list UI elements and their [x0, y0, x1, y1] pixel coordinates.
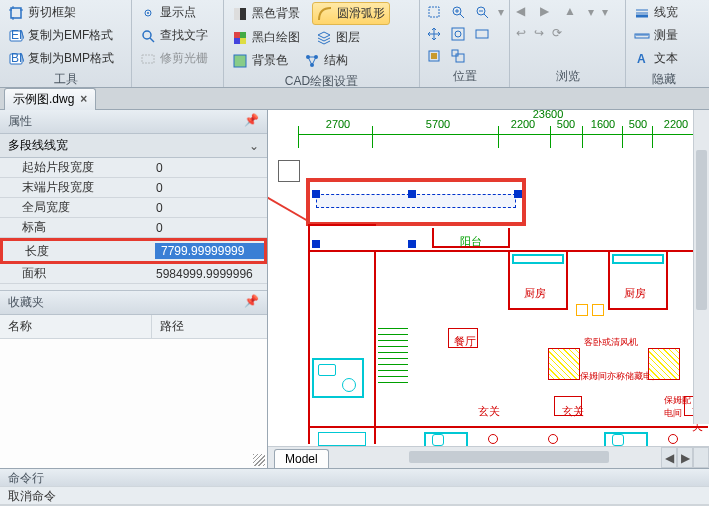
bw-draw-label: 黑白绘图	[252, 29, 300, 46]
svg-rect-27	[456, 54, 464, 62]
pos-btn-4[interactable]: ▾	[496, 2, 506, 22]
length-input[interactable]	[159, 243, 260, 259]
smooth-arc-button[interactable]: 圆滑弧形	[312, 2, 390, 25]
pos-btn-2[interactable]	[448, 2, 468, 22]
properties-title-bar: 属性 📌	[0, 110, 267, 134]
drawing-canvas[interactable]: 2700 5700 23600 2200 500 1600 500 2200	[268, 110, 709, 446]
linewidth-button[interactable]: 线宽	[630, 2, 698, 23]
find-text-label: 查找文字	[160, 27, 208, 44]
prop-value[interactable]: 5984999.9999996	[152, 267, 267, 281]
prop-row[interactable]: 标高0	[0, 218, 267, 238]
crop-frame-button[interactable]: 剪切框架	[4, 2, 127, 23]
bw-draw-button[interactable]: 黑白绘图	[228, 27, 304, 48]
br-btn-1[interactable]: ◀	[514, 2, 534, 22]
bg-color-label: 背景色	[252, 52, 288, 69]
show-points-button[interactable]: 显示点	[136, 2, 219, 23]
zoom-out-icon	[474, 4, 490, 20]
measure-button[interactable]: 测量	[630, 25, 698, 46]
scrollbar-vertical[interactable]	[693, 110, 709, 424]
ribbon-group-cad-label: CAD绘图设置	[228, 71, 415, 90]
svg-rect-22	[452, 28, 464, 40]
prop-label: 全局宽度	[0, 199, 152, 216]
smooth-arc-label: 圆滑弧形	[337, 5, 385, 22]
scroll-left-button[interactable]: ◀	[661, 447, 677, 468]
ribbon-group-hide: 线宽 测量 A文本 隐藏	[626, 0, 702, 87]
svg-rect-26	[431, 53, 437, 59]
copy-emf-button[interactable]: EMF复制为EMF格式	[4, 25, 127, 46]
command-line-bar: 命令行	[0, 468, 709, 486]
layers-button[interactable]: 图层	[312, 27, 364, 48]
pin-icon[interactable]: 📌	[244, 113, 259, 130]
find-text-button[interactable]: 查找文字	[136, 25, 219, 46]
favorites-columns: 名称 路径	[0, 315, 267, 339]
close-icon[interactable]: ×	[80, 92, 87, 106]
bw-icon	[232, 30, 248, 46]
br-btn-6[interactable]: ↩	[514, 24, 528, 42]
prop-label: 标高	[0, 219, 152, 236]
crop-icon	[8, 5, 24, 21]
chevron-down-icon[interactable]: ⌄	[249, 139, 259, 153]
prop-value-editing[interactable]	[155, 243, 264, 259]
room-label: 餐厅	[454, 334, 476, 349]
favorites-body	[0, 339, 267, 468]
svg-rect-15	[234, 55, 246, 67]
pin-icon[interactable]: 📌	[244, 294, 259, 311]
structure-label: 结构	[324, 52, 348, 69]
prop-row[interactable]: 全局宽度0	[0, 198, 267, 218]
br-btn-3[interactable]: ▲	[562, 2, 582, 22]
up-icon: ▲	[564, 4, 580, 20]
pos-btn-7[interactable]	[472, 24, 492, 44]
prop-value[interactable]: 0	[152, 161, 267, 175]
black-bg-label: 黑色背景	[252, 5, 300, 22]
prop-value[interactable]: 0	[152, 201, 267, 215]
br-btn-7[interactable]: ↪	[532, 24, 546, 42]
room-label: 厨房	[624, 286, 646, 301]
bmp-icon: BMP	[8, 51, 24, 67]
text-button[interactable]: A文本	[630, 48, 698, 69]
search-icon	[140, 28, 156, 44]
dim-text: 2200	[511, 118, 535, 130]
properties-category[interactable]: 多段线线宽 ⌄	[0, 134, 267, 158]
pos-btn-1[interactable]	[424, 2, 444, 22]
layers-icon	[316, 30, 332, 46]
pos-btn-9[interactable]	[448, 46, 468, 66]
fav-col-name[interactable]: 名称	[0, 315, 152, 338]
br-btn-5[interactable]: ▾	[600, 2, 610, 22]
pos-btn-8[interactable]	[424, 46, 444, 66]
scale-icon	[450, 48, 466, 64]
prop-row[interactable]: 面积5984999.9999996	[0, 264, 267, 284]
black-bg-button[interactable]: 黑色背景	[228, 2, 304, 25]
model-tab[interactable]: Model	[274, 449, 329, 468]
scroll-right-button[interactable]: ▶	[677, 447, 693, 468]
dim-text: 500	[629, 118, 647, 130]
copy-bmp-button[interactable]: BMP复制为BMP格式	[4, 48, 127, 69]
room-label: 厨房	[524, 286, 546, 301]
bg-color-button[interactable]: 背景色	[228, 50, 292, 71]
scrollbar-horizontal[interactable]	[329, 447, 661, 468]
doc-tab-active[interactable]: 示例图.dwg ×	[4, 88, 96, 110]
scrollbar-thumb[interactable]	[409, 451, 609, 463]
pos-btn-5[interactable]	[424, 24, 444, 44]
scrollbar-thumb[interactable]	[696, 150, 707, 310]
prop-row[interactable]: 末端片段宽度0	[0, 178, 267, 198]
prop-row[interactable]: 起始片段宽度0	[0, 158, 267, 178]
trim-raster-button[interactable]: 修剪光栅	[136, 48, 219, 69]
favorites-title-bar: 收藏夹 📌	[0, 290, 267, 315]
prop-value[interactable]: 0	[152, 181, 267, 195]
next-icon: ▶	[540, 4, 556, 20]
br-btn-8[interactable]: ⟳	[550, 24, 564, 42]
structure-icon	[304, 53, 320, 69]
bgcolor-icon	[232, 53, 248, 69]
prop-row-length[interactable]: 长度	[0, 238, 267, 264]
measure-label: 测量	[654, 27, 678, 44]
extents-icon	[474, 26, 490, 42]
pos-btn-6[interactable]	[448, 24, 468, 44]
prop-value[interactable]: 0	[152, 221, 267, 235]
structure-button[interactable]: 结构	[300, 50, 352, 71]
pos-btn-3[interactable]	[472, 2, 492, 22]
fav-col-path[interactable]: 路径	[152, 315, 192, 338]
br-btn-2[interactable]: ▶	[538, 2, 558, 22]
resize-grip[interactable]	[253, 454, 265, 466]
zoom-in-icon	[450, 4, 466, 20]
br-btn-4[interactable]: ▾	[586, 2, 596, 22]
